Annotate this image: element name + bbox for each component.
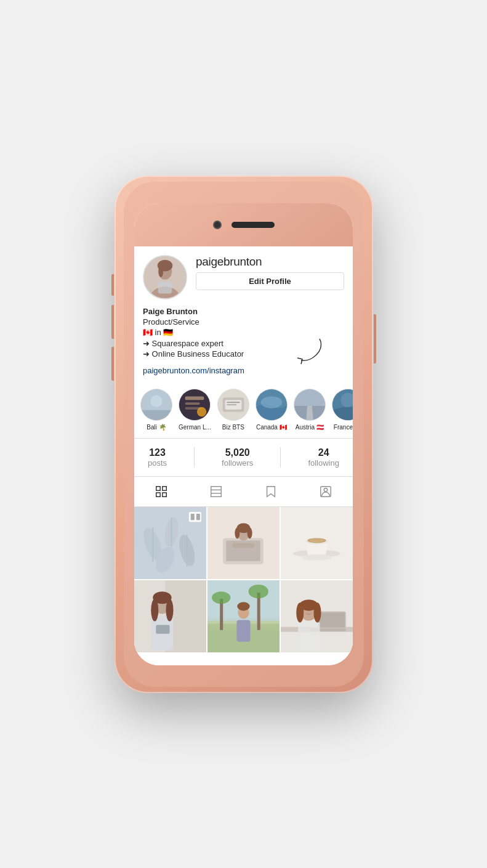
- highlight-img-bali: [141, 389, 172, 420]
- grid-photo-4: [134, 580, 206, 652]
- bookmark-icon: [264, 485, 278, 498]
- phone-device: paigebrunton Edit Profile Paige Brunton …: [115, 176, 373, 693]
- grid-item-5[interactable]: [207, 580, 280, 652]
- phone-top-bar: [134, 203, 353, 246]
- highlight-circle-biz: [217, 389, 249, 421]
- stats-row: 123 posts 5,020 followers 24 following: [134, 439, 353, 477]
- svg-point-66: [166, 599, 173, 621]
- svg-point-51: [235, 527, 239, 538]
- highlight-austria[interactable]: Austria 🇦🇹: [294, 389, 326, 431]
- highlight-circle-bali: [140, 389, 172, 421]
- svg-point-33: [324, 488, 328, 492]
- grid-photo-3: [281, 507, 353, 579]
- bio-bottom: ➜ Squarespace expert ➜ Online Business E…: [143, 339, 344, 366]
- username: paigebrunton: [196, 255, 344, 269]
- svg-point-89: [313, 602, 321, 622]
- screen-content[interactable]: paigebrunton Edit Profile Paige Brunton …: [134, 246, 353, 665]
- display-name: Paige Brunton: [143, 307, 344, 316]
- svg-rect-86: [298, 622, 320, 650]
- svg-point-57: [302, 554, 331, 560]
- svg-point-13: [197, 407, 206, 416]
- speaker-icon: [231, 222, 275, 228]
- person-tag-icon: [319, 485, 332, 498]
- svg-point-7: [150, 395, 162, 407]
- svg-point-88: [296, 602, 304, 622]
- svg-point-75: [249, 585, 268, 598]
- svg-rect-74: [257, 593, 260, 630]
- highlight-img-france: [332, 389, 353, 420]
- photo-grid[interactable]: [134, 507, 353, 652]
- grid-item-1[interactable]: [134, 507, 206, 579]
- posts-label: posts: [148, 458, 167, 468]
- svg-rect-11: [185, 402, 200, 405]
- highlight-circle-canada: [256, 389, 288, 421]
- svg-rect-3: [158, 282, 172, 293]
- stat-divider-2: [280, 447, 281, 468]
- svg-rect-27: [156, 492, 160, 496]
- grid-item-3[interactable]: [281, 507, 353, 579]
- svg-rect-25: [156, 486, 160, 490]
- feed-view-tab[interactable]: [209, 484, 223, 499]
- highlight-canada[interactable]: Canada 🇨🇦: [256, 389, 288, 431]
- bio-category: Product/Service: [143, 317, 344, 327]
- grid-item-2[interactable]: [207, 507, 280, 579]
- grid-icon: [155, 485, 168, 498]
- tagged-view-tab[interactable]: [318, 484, 333, 499]
- highlight-label-austria: Austria 🇦🇹: [296, 424, 324, 431]
- grid-photo-2: [207, 507, 280, 579]
- grid-item-4[interactable]: [134, 580, 206, 652]
- avatar: [143, 255, 187, 299]
- highlight-label-bali: Bali 🌴: [147, 424, 166, 431]
- avatar-image: [144, 256, 186, 298]
- highlight-img-canada: [256, 389, 287, 420]
- view-tabs-row[interactable]: [134, 477, 353, 507]
- stat-divider-1: [194, 447, 195, 468]
- svg-rect-8: [141, 410, 172, 420]
- stat-followers: 5,020 followers: [222, 447, 253, 468]
- svg-point-20: [261, 396, 283, 408]
- saved-view-tab[interactable]: [264, 484, 278, 499]
- edit-profile-button[interactable]: Edit Profile: [196, 272, 344, 290]
- screen-container: paigebrunton Edit Profile Paige Brunton …: [134, 203, 353, 665]
- svg-point-52: [248, 527, 252, 538]
- highlights-row[interactable]: Bali 🌴: [134, 381, 353, 439]
- posts-count: 123: [149, 447, 166, 458]
- svg-rect-83: [320, 612, 345, 627]
- svg-rect-44: [196, 514, 200, 520]
- avatar-svg: [144, 256, 186, 298]
- grid-view-tab[interactable]: [154, 484, 169, 499]
- profile-info-right: paigebrunton Edit Profile: [196, 255, 344, 290]
- grid-item-6[interactable]: [281, 580, 353, 652]
- highlight-german[interactable]: German L...: [179, 389, 211, 431]
- mute-button: [111, 274, 114, 296]
- stat-following: 24 following: [308, 447, 339, 468]
- svg-rect-18: [227, 404, 236, 405]
- highlight-img-biz: [218, 389, 249, 420]
- front-camera-icon: [213, 221, 222, 229]
- grid-photo-6: [281, 580, 353, 652]
- highlight-label-biz: Biz BTS: [222, 424, 244, 431]
- grid-photo-1: [134, 507, 206, 579]
- feed-icon: [209, 485, 223, 498]
- svg-point-65: [151, 599, 158, 621]
- avatar-container: [143, 255, 187, 299]
- svg-rect-10: [185, 396, 204, 400]
- profile-section: paigebrunton Edit Profile: [134, 246, 353, 299]
- bio-link[interactable]: paigebrunton.com/instagram: [143, 366, 344, 375]
- stat-posts: 123 posts: [148, 447, 167, 468]
- highlight-biz[interactable]: Biz BTS: [217, 389, 249, 431]
- grid-photo-5: [207, 580, 280, 652]
- svg-rect-28: [163, 492, 166, 496]
- highlight-france[interactable]: France 🇫🇷: [332, 389, 353, 431]
- highlight-bali[interactable]: Bali 🌴: [140, 389, 172, 431]
- svg-rect-26: [163, 486, 166, 490]
- following-label: following: [308, 458, 339, 468]
- power-button: [374, 314, 376, 363]
- volume-down-button: [111, 347, 114, 381]
- phone-frame: paigebrunton Edit Profile Paige Brunton …: [124, 182, 364, 687]
- svg-rect-17: [227, 402, 239, 403]
- highlight-circle-france: [332, 389, 353, 421]
- highlight-img-austria: [294, 389, 325, 420]
- svg-rect-49: [232, 543, 254, 548]
- volume-up-button: [111, 305, 114, 339]
